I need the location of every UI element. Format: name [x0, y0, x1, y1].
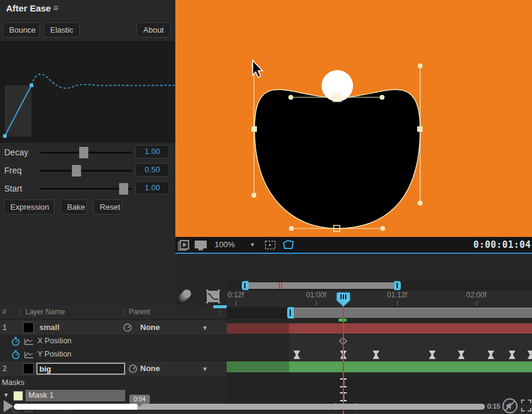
layer-color-swatch[interactable]	[23, 322, 34, 333]
keyframe-hourglass[interactable]	[487, 351, 495, 359]
parent-pickwhip-icon[interactable]	[128, 364, 138, 374]
layer-name-small[interactable]: small	[39, 323, 59, 332]
col-number[interactable]: #	[2, 308, 7, 316]
slider-row-start: Start 1.00	[0, 183, 175, 195]
keyframe-hourglass[interactable]	[527, 351, 532, 359]
parent-select-big[interactable]: None	[140, 364, 160, 373]
ruler-tick	[397, 301, 398, 306]
expression-button[interactable]: Expression	[4, 199, 54, 215]
elastic-curve	[31, 74, 175, 88]
graph-editor-icon[interactable]	[206, 289, 221, 305]
property-label-x[interactable]: X Position	[37, 337, 71, 345]
ruler-tick	[316, 301, 317, 306]
col-layer-name[interactable]: Layer Name	[25, 308, 65, 316]
work-area-handle-left[interactable]	[287, 307, 294, 319]
motion-blur-icon[interactable]	[178, 288, 193, 303]
time-navigator[interactable]	[227, 281, 532, 290]
timeline-track-area[interactable]: 0:12f01:00f01:12f02:00f	[227, 254, 532, 414]
keyframe-hourglass[interactable]	[293, 351, 301, 359]
keyframe-hourglass[interactable]	[458, 351, 465, 359]
col-parent[interactable]: Parent	[129, 308, 150, 316]
keyframe-hourglass[interactable]	[508, 351, 516, 359]
work-area-bar[interactable]	[289, 308, 532, 318]
start-value-field[interactable]: 1.00	[135, 181, 169, 195]
expand-triangle-icon[interactable]: ▼	[3, 392, 9, 398]
navigator-bar[interactable]	[244, 282, 398, 289]
mask-visibility-icon[interactable]	[282, 239, 296, 251]
freq-label: Freq	[4, 166, 22, 175]
big-layer-shape[interactable]	[255, 89, 420, 228]
layer-bar-big[interactable]	[227, 361, 532, 372]
stopwatch-icon[interactable]	[11, 350, 21, 360]
layer-index: 2	[2, 364, 7, 373]
panel-title: After Ease	[6, 3, 51, 13]
parent-select-small[interactable]: None	[140, 323, 160, 332]
freq-slider-track[interactable]	[39, 170, 132, 172]
curve-point-start[interactable]	[3, 134, 7, 138]
track-row-bg	[227, 404, 532, 414]
freq-value-field[interactable]: 0.50	[135, 163, 169, 176]
layer-name-big: big	[39, 364, 51, 374]
stopwatch-icon[interactable]	[11, 404, 21, 413]
ruler-tick	[476, 301, 477, 306]
small-layer-ball[interactable]	[322, 70, 353, 102]
layer-row-small[interactable]: 1 small None ▼	[0, 320, 227, 335]
always-preview-icon[interactable]	[178, 239, 190, 251]
layer-bar-small[interactable]	[227, 323, 532, 334]
layer-list-header: # Layer Name Parent	[0, 305, 227, 320]
mask1-row[interactable]: ▼ Mask 1	[0, 389, 227, 403]
mask-color-swatch[interactable]	[13, 391, 23, 401]
navigator-marker	[279, 282, 280, 289]
header-scrollbar-fragment[interactable]	[213, 305, 227, 308]
bake-button[interactable]: Bake	[60, 199, 87, 215]
navigator-handle-right[interactable]	[394, 281, 401, 290]
layer-row-big[interactable]: 2 big None ▼	[0, 361, 227, 376]
slider-row-decay: Decay 1.00	[0, 146, 175, 158]
layer-list: # Layer Name Parent 1 small None ▼	[0, 305, 227, 414]
ruler-tick	[236, 301, 236, 306]
parent-dropdown-caret[interactable]: ▼	[202, 366, 208, 372]
parent-pickwhip-icon[interactable]	[123, 323, 132, 332]
parent-dropdown-caret[interactable]: ▼	[202, 325, 208, 331]
property-row-y-position[interactable]: Y Position	[0, 348, 227, 361]
decay-slider-thumb[interactable]	[79, 147, 88, 158]
region-of-interest-icon[interactable]	[264, 239, 278, 251]
tab-bounce[interactable]: Bounce	[2, 22, 40, 37]
layer-color-swatch[interactable]	[23, 363, 34, 374]
start-slider-track[interactable]	[39, 188, 132, 190]
start-slider-thumb[interactable]	[119, 183, 128, 195]
property-label-y[interactable]: Y Position	[37, 350, 71, 358]
mask-path-row[interactable]: Mask Path	[0, 403, 227, 414]
current-time-indicator[interactable]	[336, 292, 351, 308]
masks-group-row[interactable]: Masks	[0, 376, 227, 389]
time-ruler[interactable]: 0:12f01:00f01:12f02:00f	[227, 291, 532, 307]
ruler-label: 02:00f	[466, 291, 486, 299]
tab-elastic[interactable]: Elastic	[44, 22, 80, 37]
about-button[interactable]: About	[137, 22, 170, 37]
masks-group-label: Masks	[2, 378, 25, 387]
freq-slider-thumb[interactable]	[72, 165, 81, 176]
decay-slider-track[interactable]	[39, 152, 132, 154]
mask1-selected-box[interactable]: Mask 1	[25, 390, 125, 401]
keyframe-hourglass[interactable]	[429, 351, 436, 359]
slider-row-freq: Freq 0.50	[0, 164, 175, 176]
keyframe-hourglass[interactable]	[372, 351, 380, 359]
layer-name-edit-field[interactable]: big	[36, 363, 125, 375]
app-window: 100% ▼ 0:00:01:04 5 Full ▼	[0, 0, 532, 414]
zoom-dropdown-caret[interactable]: ▼	[250, 242, 255, 248]
curve-point-peak[interactable]	[30, 83, 33, 87]
track-row-bg	[227, 377, 532, 390]
reset-button[interactable]: Reset	[93, 199, 122, 215]
composition-viewport[interactable]	[175, 0, 532, 237]
decay-value-field[interactable]: 1.00	[135, 145, 169, 158]
panel-menu-icon[interactable]: ≡	[53, 2, 59, 13]
stopwatch-icon[interactable]	[11, 337, 21, 346]
monitor-icon[interactable]	[193, 239, 209, 251]
property-row-x-position[interactable]: X Position	[0, 335, 227, 348]
current-timecode[interactable]: 0:00:01:04	[473, 239, 531, 250]
zoom-level[interactable]: 100%	[215, 240, 235, 249]
navigator-handle-left[interactable]	[242, 281, 248, 290]
mask-path-label: Mask Path	[37, 404, 74, 413]
ruler-label: 01:12f	[387, 291, 407, 299]
work-area-row	[227, 307, 532, 319]
